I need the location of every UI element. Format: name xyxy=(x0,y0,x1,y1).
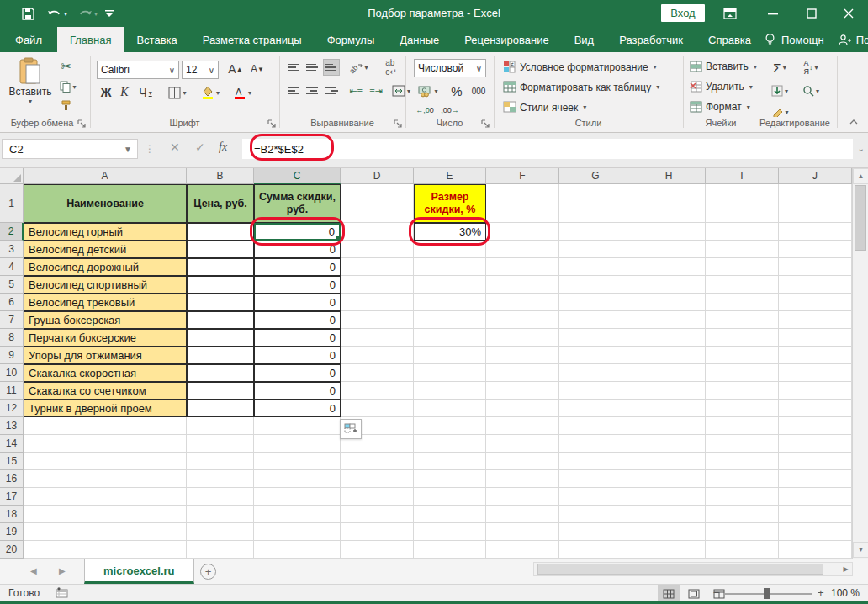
cell-J4[interactable] xyxy=(779,258,852,276)
row-header-1[interactable]: 1 xyxy=(0,184,24,223)
currency-format-icon[interactable] xyxy=(414,82,442,99)
cell-A2[interactable]: Велосипед горный xyxy=(24,223,187,241)
cell-C20[interactable] xyxy=(254,541,341,559)
column-header-C[interactable]: C xyxy=(254,168,341,184)
cell-G15[interactable] xyxy=(559,453,632,470)
cell-E14[interactable] xyxy=(414,435,486,453)
row-header-2[interactable]: 2 xyxy=(0,223,24,241)
cell-H5[interactable] xyxy=(632,276,706,294)
column-header-A[interactable]: A xyxy=(24,168,187,184)
cell-I11[interactable] xyxy=(706,382,779,400)
cell-B3[interactable] xyxy=(187,241,254,258)
expand-formula-bar-icon[interactable]: ⌄ xyxy=(858,144,865,153)
cell-H13[interactable] xyxy=(632,417,706,435)
align-bottom-icon[interactable] xyxy=(323,59,340,76)
cell-D8[interactable] xyxy=(341,329,414,347)
align-center-icon[interactable] xyxy=(304,82,321,99)
cell-A6[interactable]: Велосипед трековый xyxy=(24,294,187,311)
cell-F3[interactable] xyxy=(486,241,559,258)
row-header-19[interactable]: 19 xyxy=(0,523,24,541)
tab-6[interactable]: Вид xyxy=(562,27,607,52)
cell-G8[interactable] xyxy=(559,329,632,347)
row-header-15[interactable]: 15 xyxy=(0,453,24,470)
cell-I17[interactable] xyxy=(706,488,779,506)
column-header-E[interactable]: E xyxy=(414,168,486,184)
cell-E10[interactable] xyxy=(414,364,486,382)
add-sheet-button[interactable]: + xyxy=(200,564,216,580)
cell-F10[interactable] xyxy=(486,364,559,382)
share-label[interactable]: Поделиться xyxy=(856,34,868,46)
row-header-4[interactable]: 4 xyxy=(0,258,24,276)
cell-G9[interactable] xyxy=(559,347,632,364)
tab-2[interactable]: Разметка страницы xyxy=(190,27,315,52)
cell-D1[interactable] xyxy=(341,184,414,223)
cell-G18[interactable] xyxy=(559,506,632,523)
cell-G10[interactable] xyxy=(559,364,632,382)
cell-F12[interactable] xyxy=(486,400,559,417)
fill-down-icon[interactable] xyxy=(767,82,792,99)
row-header-11[interactable]: 11 xyxy=(0,382,24,400)
cell-J18[interactable] xyxy=(779,506,852,523)
cell-J19[interactable] xyxy=(779,523,852,541)
cell-D18[interactable] xyxy=(341,506,414,523)
minimize-button[interactable] xyxy=(754,0,792,27)
cell-H4[interactable] xyxy=(632,258,706,276)
cell-D11[interactable] xyxy=(341,382,414,400)
cell-D3[interactable] xyxy=(341,241,414,258)
scroll-right-icon[interactable]: ▶ xyxy=(839,562,853,576)
cell-E15[interactable] xyxy=(414,453,486,470)
cell-E8[interactable] xyxy=(414,329,486,347)
cell-G5[interactable] xyxy=(559,276,632,294)
cell-G14[interactable] xyxy=(559,435,632,453)
cell-G19[interactable] xyxy=(559,523,632,541)
cell-B14[interactable] xyxy=(187,435,254,453)
cell-H1[interactable] xyxy=(632,184,706,223)
cell-C17[interactable] xyxy=(254,488,341,506)
cell-J15[interactable] xyxy=(779,453,852,470)
row-header-9[interactable]: 9 xyxy=(0,347,24,364)
cell-F20[interactable] xyxy=(486,541,559,559)
cell-A3[interactable]: Велосипед детский xyxy=(24,241,187,258)
number-dialog-launcher-icon[interactable] xyxy=(481,119,490,128)
tab-4[interactable]: Данные xyxy=(387,27,452,52)
cell-J14[interactable] xyxy=(779,435,852,453)
align-middle-icon[interactable] xyxy=(304,59,321,76)
cell-G20[interactable] xyxy=(559,541,632,559)
cell-B7[interactable] xyxy=(187,311,254,329)
cell-H7[interactable] xyxy=(632,311,706,329)
cell-B8[interactable] xyxy=(187,329,254,347)
cell-I14[interactable] xyxy=(706,435,779,453)
next-sheet-icon[interactable]: ▶ xyxy=(59,566,66,575)
tab-3[interactable]: Формулы xyxy=(315,27,388,52)
cell-B6[interactable] xyxy=(187,294,254,311)
cell-A12[interactable]: Турник в дверной проем xyxy=(24,400,187,417)
cell-E9[interactable] xyxy=(414,347,486,364)
increase-font-icon[interactable]: A▲ xyxy=(225,61,246,77)
cell-I15[interactable] xyxy=(706,453,779,470)
cell-C4[interactable]: 0 xyxy=(254,258,341,276)
decrease-decimal-icon[interactable]: ,00→ xyxy=(439,103,461,118)
cell-D10[interactable] xyxy=(341,364,414,382)
font-dialog-launcher-icon[interactable] xyxy=(267,119,276,128)
cell-I10[interactable] xyxy=(706,364,779,382)
column-header-F[interactable]: F xyxy=(486,168,559,184)
row-header-20[interactable]: 20 xyxy=(0,541,24,559)
cell-J6[interactable] xyxy=(779,294,852,311)
cell-F6[interactable] xyxy=(486,294,559,311)
cell-G17[interactable] xyxy=(559,488,632,506)
cell-B12[interactable] xyxy=(187,400,254,417)
cell-H17[interactable] xyxy=(632,488,706,506)
scroll-up-icon[interactable]: ▲ xyxy=(853,168,868,184)
cell-B1[interactable]: Цена, руб. xyxy=(187,184,254,223)
cell-C6[interactable]: 0 xyxy=(254,294,341,311)
cell-C15[interactable] xyxy=(254,453,341,470)
cell-H19[interactable] xyxy=(632,523,706,541)
cell-G6[interactable] xyxy=(559,294,632,311)
paste-button[interactable]: Вставить ▾ xyxy=(8,57,52,105)
cell-A15[interactable] xyxy=(24,453,187,470)
maximize-button[interactable] xyxy=(792,0,831,27)
borders-icon[interactable] xyxy=(165,84,190,101)
underline-button[interactable]: Ч xyxy=(135,84,156,101)
cell-E6[interactable] xyxy=(414,294,486,311)
orientation-icon[interactable]: ab xyxy=(347,59,372,76)
